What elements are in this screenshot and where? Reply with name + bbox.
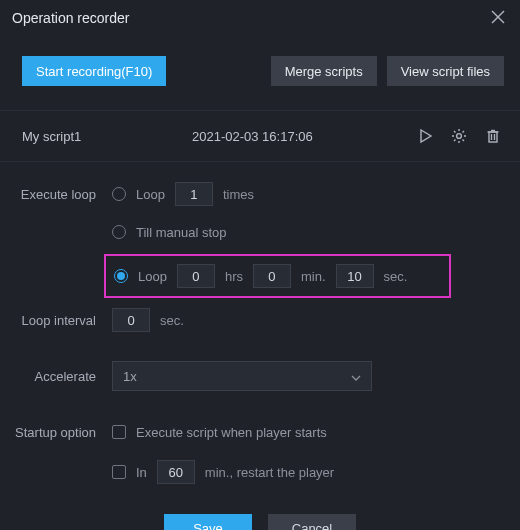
window-title: Operation recorder [12, 10, 130, 26]
merge-scripts-button[interactable]: Merge scripts [271, 56, 377, 86]
execute-on-start-label: Execute script when player starts [136, 425, 327, 440]
loop-interval-label: Loop interval [10, 313, 112, 328]
loop-minutes-input[interactable] [253, 264, 291, 288]
loop-times-input[interactable] [175, 182, 213, 206]
start-recording-button[interactable]: Start recording(F10) [22, 56, 166, 86]
script-name: My script1 [22, 129, 100, 144]
close-icon[interactable] [490, 9, 508, 27]
accelerate-value: 1x [123, 369, 137, 384]
radio-till-manual[interactable] [112, 225, 126, 239]
toolbar: Start recording(F10) Merge scripts View … [0, 36, 520, 110]
view-script-files-button[interactable]: View script files [387, 56, 504, 86]
till-manual-label: Till manual stop [136, 225, 227, 240]
restart-suffix: min., restart the player [205, 465, 334, 480]
hrs-unit: hrs [225, 269, 243, 284]
svg-rect-4 [489, 132, 497, 142]
svg-marker-2 [421, 130, 431, 142]
script-timestamp: 2021-02-03 16:17:06 [112, 129, 402, 144]
footer: Save Cancel [0, 504, 520, 530]
sec-unit: sec. [160, 313, 184, 328]
in-label: In [136, 465, 147, 480]
loop-label: Loop [138, 269, 167, 284]
radio-loop-times[interactable] [112, 187, 126, 201]
play-icon[interactable] [414, 125, 436, 147]
checkbox-restart-player[interactable] [112, 465, 126, 479]
cancel-button[interactable]: Cancel [268, 514, 356, 530]
checkbox-execute-on-start[interactable] [112, 425, 126, 439]
min-unit: min. [301, 269, 326, 284]
trash-icon[interactable] [482, 125, 504, 147]
form: Execute loop Loop times Till manual stop… [0, 162, 520, 504]
sec-unit: sec. [384, 269, 408, 284]
titlebar: Operation recorder [0, 0, 520, 36]
restart-minutes-input[interactable] [157, 460, 195, 484]
script-row: My script1 2021-02-03 16:17:06 [0, 111, 520, 161]
chevron-down-icon [351, 371, 361, 381]
svg-point-3 [457, 134, 462, 139]
times-unit: times [223, 187, 254, 202]
gear-icon[interactable] [448, 125, 470, 147]
startup-option-label: Startup option [10, 425, 112, 440]
radio-loop-duration[interactable] [114, 269, 128, 283]
loop-label: Loop [136, 187, 165, 202]
accelerate-label: Accelerate [10, 369, 112, 384]
execute-loop-label: Execute loop [10, 187, 112, 202]
loop-seconds-input[interactable] [336, 264, 374, 288]
loop-duration-highlight: Loop hrs min. sec. [104, 254, 451, 298]
loop-interval-input[interactable] [112, 308, 150, 332]
accelerate-select[interactable]: 1x [112, 361, 372, 391]
loop-hours-input[interactable] [177, 264, 215, 288]
save-button[interactable]: Save [164, 514, 252, 530]
